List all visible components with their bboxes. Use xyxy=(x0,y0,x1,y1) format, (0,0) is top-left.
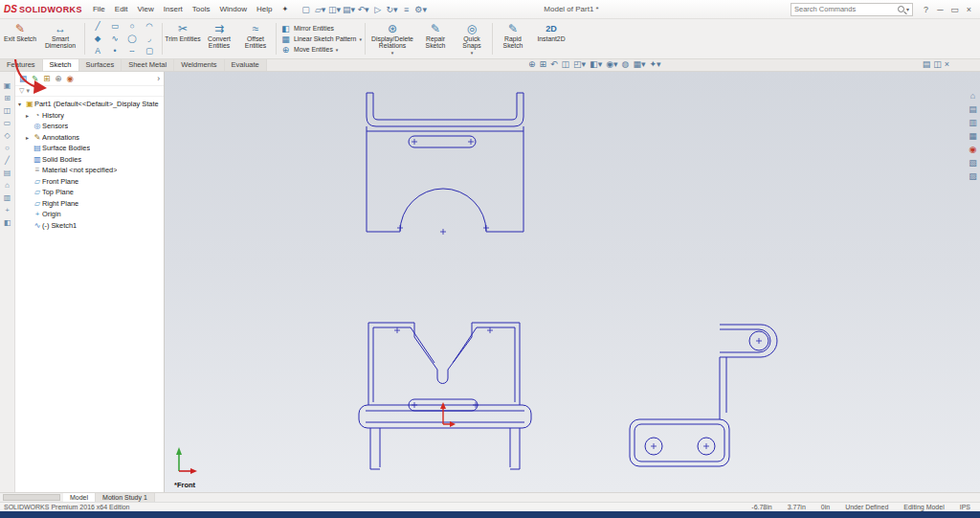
options-icon[interactable]: ⚙▾ xyxy=(413,1,428,18)
section-view-icon[interactable]: ◫ xyxy=(562,59,570,70)
propertymanager-icon[interactable]: ✎ xyxy=(32,74,38,83)
slot-icon[interactable]: ▢ xyxy=(141,45,158,57)
repair-sketch-button[interactable]: ✎ Repair Sketch xyxy=(417,20,454,57)
menu-tools[interactable]: Tools xyxy=(188,5,215,13)
left-toolbar-icon[interactable]: ◫ xyxy=(4,106,11,115)
resources-icon[interactable]: ⌂ xyxy=(970,91,975,101)
view-palette-icon[interactable]: ▦ xyxy=(969,131,977,141)
left-toolbar-icon[interactable]: ⊞ xyxy=(4,94,11,102)
tree-item[interactable]: ▱Right Plane xyxy=(23,198,164,210)
expand-caret-icon[interactable]: ▸ xyxy=(26,134,33,141)
convert-entities-button[interactable]: ⇉ Convert Entities xyxy=(201,20,237,57)
panel-expand-icon[interactable]: › xyxy=(157,74,160,83)
centerline-icon[interactable]: ╌ xyxy=(123,45,141,57)
rebuild-icon[interactable]: ↻▾ xyxy=(385,1,399,18)
search-caret-icon[interactable]: ▾ xyxy=(906,6,909,12)
configurationmanager-icon[interactable]: ⊞ xyxy=(43,74,50,83)
tree-item[interactable]: ▤Surface Bodies xyxy=(23,143,164,154)
expand-caret-icon[interactable]: ▾ xyxy=(18,101,25,107)
graphics-area[interactable]: *Front ⌂▤▥▦◉▧▨ xyxy=(165,72,980,492)
left-toolbar-icon[interactable]: ▭ xyxy=(4,119,11,127)
rapid-sketch-button[interactable]: ✎ Rapid Sketch xyxy=(495,20,531,57)
offset-entities-button[interactable]: ≈ Offset Entities xyxy=(237,20,274,57)
menu-insert[interactable]: Insert xyxy=(159,5,188,13)
tree-item[interactable]: ▱Front Plane xyxy=(23,176,164,188)
tree-item[interactable]: +Origin xyxy=(23,209,164,220)
filter-caret-icon[interactable]: ▾ xyxy=(26,87,30,95)
display-delete-relations-button[interactable]: ⊛ Display/Delete Relations ▾ xyxy=(368,20,417,57)
restore-icon[interactable]: ▭ xyxy=(947,5,962,14)
zoom-area-icon[interactable]: ⊞ xyxy=(540,59,547,70)
edit-appearance-icon[interactable]: ◍ xyxy=(622,59,630,70)
exit-sketch-button[interactable]: ✎ Exit Sketch xyxy=(2,20,38,57)
tab-sheet-metal[interactable]: Sheet Metal xyxy=(122,59,174,71)
point-icon[interactable]: • xyxy=(106,45,123,57)
ellipse-icon[interactable]: ◯ xyxy=(123,33,141,45)
expand-caret-icon[interactable]: ▸ xyxy=(26,112,33,119)
left-toolbar-icon[interactable]: ▥ xyxy=(4,193,11,202)
arc-icon[interactable]: ◠ xyxy=(141,20,158,33)
undo-icon[interactable]: ↶▾ xyxy=(356,1,370,18)
left-toolbar-icon[interactable]: ▣ xyxy=(4,81,11,90)
rectangle-icon[interactable]: ▭ xyxy=(106,20,123,33)
dropdown-caret-icon[interactable]: ▾ xyxy=(471,50,474,56)
view-settings-icon[interactable]: ✦▾ xyxy=(649,59,660,70)
dropdown-caret-icon[interactable]: ▾ xyxy=(336,47,339,53)
tab-sketch[interactable]: Sketch xyxy=(43,59,79,71)
file-explorer-icon[interactable]: ▥ xyxy=(969,118,977,127)
apply-scene-icon[interactable]: ▦▾ xyxy=(633,59,645,70)
filter-funnel-icon[interactable]: ▽ xyxy=(19,87,24,95)
displaymanager-icon[interactable]: ◉ xyxy=(66,74,73,83)
left-toolbar-icon[interactable]: ◇ xyxy=(4,131,10,140)
custom-properties-icon[interactable]: ▧ xyxy=(969,158,977,168)
tree-item[interactable]: ▸✎Annotations xyxy=(23,132,164,144)
view-orientation-icon[interactable]: ◰▾ xyxy=(573,59,586,70)
dropdown-caret-icon[interactable]: ▾ xyxy=(359,36,362,42)
left-toolbar-icon[interactable]: ○ xyxy=(5,144,10,152)
select-icon[interactable]: ▷ xyxy=(370,1,385,18)
motion-study-tab[interactable]: Motion Study 1 xyxy=(96,493,155,502)
menu-help[interactable]: Help xyxy=(252,5,277,13)
search-box[interactable]: ▾ xyxy=(791,3,913,16)
pin-icon[interactable]: ✦ xyxy=(277,5,293,13)
split-pane-icon[interactable]: ◫ xyxy=(933,59,942,70)
left-toolbar-icon[interactable]: ◧ xyxy=(4,218,11,227)
instant2d-button[interactable]: 2D Instant2D xyxy=(531,20,571,57)
new-document-icon[interactable]: ▢ xyxy=(299,1,313,18)
dropdown-caret-icon[interactable]: ▾ xyxy=(391,50,394,56)
tab-surfaces[interactable]: Surfaces xyxy=(79,59,122,71)
print-icon[interactable]: ▤▾ xyxy=(342,1,356,18)
tree-item[interactable]: ≡Material <not specified> xyxy=(23,165,164,176)
expand-pane-icon[interactable]: ▤ xyxy=(923,59,931,70)
help-icon[interactable]: ? xyxy=(919,5,933,14)
polygon-icon[interactable]: ◆ xyxy=(89,33,106,45)
tab-evaluate[interactable]: Evaluate xyxy=(225,59,267,71)
tree-filter-bar[interactable]: ▽ ▾ xyxy=(15,86,164,97)
left-toolbar-icon[interactable]: ▤ xyxy=(4,169,11,177)
tree-item[interactable]: ▱Top Plane xyxy=(23,187,164,198)
previous-view-icon[interactable]: ↶ xyxy=(550,59,558,70)
tree-item[interactable]: ∿(-) Sketch1 xyxy=(23,220,164,232)
featuremanager-tree-icon[interactable]: ▤ xyxy=(19,74,27,83)
menu-window[interactable]: Window xyxy=(215,5,252,13)
tree-item[interactable]: ▸◔History xyxy=(23,110,164,122)
left-toolbar-icon[interactable]: ╱ xyxy=(5,156,10,165)
smart-dimension-button[interactable]: ↔ Smart Dimension xyxy=(38,20,82,57)
fillet-icon[interactable]: ◞ xyxy=(141,33,158,45)
hide-show-items-icon[interactable]: ◉▾ xyxy=(606,59,617,70)
text-icon[interactable]: A xyxy=(89,45,106,57)
save-icon[interactable]: ◫▾ xyxy=(327,1,342,18)
left-toolbar-icon[interactable]: ⌂ xyxy=(5,181,10,190)
appearances-icon[interactable]: ◉ xyxy=(969,145,977,154)
zoom-fit-icon[interactable]: ⊕ xyxy=(528,59,536,70)
tab-scroll-area[interactable] xyxy=(3,494,60,501)
search-icon[interactable] xyxy=(898,6,904,12)
units-selector[interactable]: IPS xyxy=(960,504,970,510)
tree-item[interactable]: ◎Sensors xyxy=(23,121,164,132)
quick-snaps-button[interactable]: ◎ Quick Snaps ▾ xyxy=(454,20,490,57)
trim-entities-button[interactable]: ✂ Trim Entities xyxy=(165,20,201,57)
linear-sketch-pattern-button[interactable]: ▦ Linear Sketch Pattern ▾ xyxy=(280,34,363,44)
display-style-icon[interactable]: ◧▾ xyxy=(590,59,602,70)
minimize-icon[interactable]: ─ xyxy=(933,5,947,14)
tab-features[interactable]: Features xyxy=(0,59,43,71)
